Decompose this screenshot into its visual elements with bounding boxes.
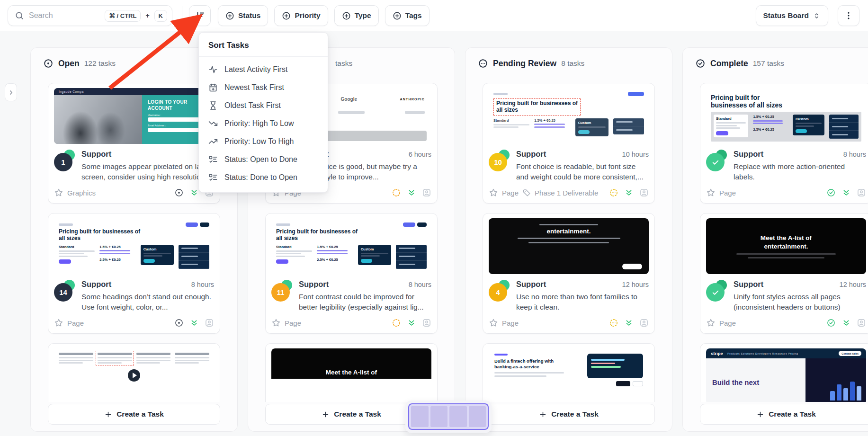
task-title: Support [516, 280, 546, 289]
status-in-progress-icon[interactable] [392, 318, 401, 328]
sidebar-expand-button[interactable] [5, 83, 17, 101]
status-pending-icon[interactable] [609, 318, 618, 328]
status-open-icon[interactable] [174, 318, 184, 328]
column-header: Pending Review 8 tasks [465, 48, 672, 69]
task-hours: 12 hours [622, 281, 649, 288]
search-field[interactable] [29, 11, 100, 20]
task-card-partial[interactable] [48, 343, 220, 402]
task-card-partial[interactable]: Meet the A-list of [265, 343, 438, 402]
task-number-badge: 10 [489, 150, 510, 171]
hourglass-icon [208, 101, 218, 110]
filter-status-button[interactable]: Status [218, 5, 268, 26]
task-description: Replace with more action-oriented labels… [734, 161, 866, 182]
menu-item-latest-activity[interactable]: Latest Activity First [199, 61, 328, 79]
assignee-icon[interactable] [639, 318, 649, 328]
plus-icon [539, 410, 547, 418]
create-task-button[interactable]: Create a Task [700, 404, 868, 425]
menu-divider [199, 56, 328, 57]
status-done-icon[interactable] [826, 318, 836, 328]
chevron-right-icon [8, 89, 15, 96]
list-checks-icon [208, 173, 218, 182]
star-icon[interactable] [706, 318, 716, 328]
column-task-count: 122 tasks [84, 59, 116, 68]
priority-chevrons-icon[interactable] [624, 188, 634, 197]
task-hours: 8 hours [191, 281, 214, 288]
task-type-label: Page [502, 319, 519, 327]
assignee-icon[interactable] [639, 188, 649, 197]
menu-item-newest-task[interactable]: Newest Task First [199, 79, 328, 97]
activity-icon [208, 65, 218, 74]
column-title: Pending Review [493, 59, 556, 69]
star-icon[interactable] [489, 188, 498, 197]
priority-chevrons-icon[interactable] [189, 188, 199, 197]
assignee-icon[interactable] [857, 188, 866, 197]
star-icon[interactable] [271, 318, 281, 328]
star-icon[interactable] [54, 318, 63, 328]
menu-item-oldest-task[interactable]: Oldest Task First [199, 97, 328, 115]
star-icon[interactable] [54, 188, 63, 197]
thumb-button [622, 264, 642, 269]
more-options-button[interactable] [838, 5, 859, 26]
menu-item-priority-low-high[interactable]: Priority: Low To High [199, 133, 328, 151]
priority-chevrons-icon[interactable] [407, 318, 416, 328]
plus-circle-icon [393, 11, 402, 20]
priority-chevrons-icon[interactable] [189, 318, 199, 328]
thumb-cta-button: Contact sales [839, 351, 861, 356]
card-thumbnail: entertainment. [489, 218, 649, 274]
filter-priority-label: Priority [295, 11, 320, 20]
task-type-label: Page [285, 319, 301, 327]
assignee-icon[interactable] [857, 318, 866, 328]
sort-tasks-menu: Sort Tasks Latest Activity First Newest … [198, 32, 328, 193]
menu-item-status-open-done[interactable]: Status: Open to Done [199, 151, 328, 169]
priority-chevrons-icon[interactable] [407, 188, 416, 197]
filter-status-label: Status [238, 11, 260, 20]
filter-tags-button[interactable]: Tags [385, 5, 430, 26]
column-pending-review: Pending Review 8 tasks Pricing built for… [465, 47, 672, 432]
task-card[interactable]: Ingaude Compa LOGIN TO YOURACCOUNT Usern… [48, 83, 220, 204]
column-task-count: tasks [335, 59, 352, 68]
assignee-icon[interactable] [422, 318, 431, 328]
menu-item-status-done-open[interactable]: Status: Done to Open [199, 169, 328, 187]
trending-up-icon [208, 137, 218, 146]
view-select[interactable]: Status Board [756, 5, 828, 26]
search-input[interactable]: ⌘ / CTRL + K [8, 5, 172, 26]
assignee-icon[interactable] [205, 318, 214, 328]
status-open-icon[interactable] [174, 188, 184, 197]
create-task-button[interactable]: Create a Task [48, 404, 220, 425]
task-title: Support [81, 280, 111, 289]
task-card[interactable]: Pricing built for businesses of all size… [48, 213, 220, 334]
task-title: Support [81, 150, 111, 159]
status-in-progress-icon[interactable] [392, 188, 401, 197]
sort-tasks-button[interactable] [189, 5, 211, 26]
filter-type-button[interactable]: Type [334, 5, 379, 26]
task-title: Support [734, 150, 763, 159]
status-pending-icon[interactable] [609, 188, 618, 197]
task-card[interactable]: Meet the A-list of entertainment. Suppor… [700, 213, 868, 334]
star-icon[interactable] [706, 188, 716, 197]
status-done-icon[interactable] [826, 188, 836, 197]
task-hours: 10 hours [622, 151, 649, 158]
card-thumbnail: Meet the A-list of [271, 348, 431, 402]
task-card[interactable]: entertainment. 4 Support 12 hours Use no… [483, 213, 655, 334]
task-card[interactable]: Pricing built for businesses of all size… [483, 83, 655, 204]
google-logo: Google [341, 97, 357, 102]
dragged-card-ghost[interactable] [405, 400, 492, 433]
task-card-partial[interactable]: stripe Products Solutions Developers Res… [700, 343, 868, 402]
toolbar: ⌘ / CTRL + K Status Priority Type Tags S… [0, 0, 868, 31]
task-card-partial[interactable]: Build a fintech offering with banking-as… [483, 343, 655, 402]
filter-tags-label: Tags [405, 11, 422, 20]
star-icon[interactable] [489, 318, 498, 328]
task-card[interactable]: Pricing built for businesses of all size… [700, 83, 868, 204]
filter-priority-button[interactable]: Priority [274, 5, 328, 26]
task-hours: 6 hours [409, 151, 431, 158]
priority-chevrons-icon[interactable] [841, 318, 851, 328]
menu-item-priority-high-low[interactable]: Priority: High To Low [199, 115, 328, 133]
column-title: Complete [710, 59, 748, 69]
priority-chevrons-icon[interactable] [841, 188, 851, 197]
priority-chevrons-icon[interactable] [624, 318, 634, 328]
task-card[interactable]: Pricing built for businesses of all size… [265, 213, 438, 334]
column-cards: Pricing built for businesses of all size… [700, 77, 868, 402]
task-done-badge [706, 150, 728, 171]
create-task-button[interactable]: Create a Task [483, 404, 655, 425]
assignee-icon[interactable] [422, 188, 431, 197]
